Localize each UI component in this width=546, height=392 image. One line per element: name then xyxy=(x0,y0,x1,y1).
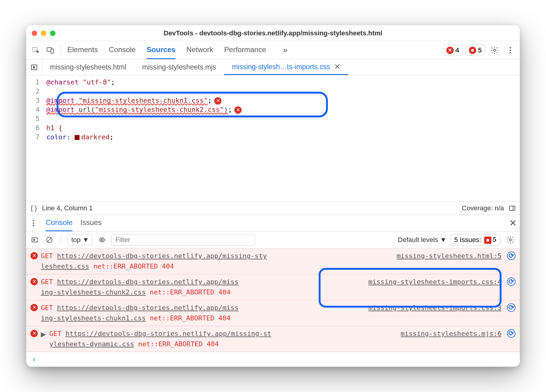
statusbar: { } Line 4, Column 1 Coverage: n/a xyxy=(26,201,520,215)
live-expression-icon[interactable] xyxy=(97,234,108,245)
console-prompt[interactable]: › xyxy=(26,352,520,367)
issues-badge[interactable]: ■ 5 xyxy=(466,45,485,56)
panel-tabs: Elements Console Sources Network Perform… xyxy=(66,41,441,59)
reload-icon[interactable]: ⟳ xyxy=(507,329,516,338)
tab-performance[interactable]: Performance xyxy=(224,41,266,59)
coverage-status: Coverage: n/a xyxy=(462,204,504,212)
inspect-element-icon[interactable] xyxy=(29,44,42,57)
file-tab-1[interactable]: missing-stylesheets.mjs xyxy=(134,59,224,75)
tab-elements[interactable]: Elements xyxy=(67,41,98,59)
line-number: 4 xyxy=(26,105,40,114)
source-link[interactable]: missing-stylesheets-imports.css:4 xyxy=(368,277,502,287)
tab-console[interactable]: Console xyxy=(109,41,136,59)
settings-icon[interactable] xyxy=(488,44,501,57)
color-swatch[interactable] xyxy=(75,135,80,140)
inline-error-icon[interactable]: ✕ xyxy=(214,97,222,105)
errors-badge[interactable]: ✕ 4 xyxy=(443,45,463,56)
code-token: "missing-stylesheets-chukn1.css" xyxy=(75,97,208,104)
error-text: net::ERR_ABORTED 404 xyxy=(146,288,230,296)
source-editor[interactable]: 1 2 3 4 5 6 7 @charset "utf-8"; @import … xyxy=(26,75,520,201)
console-toolbar: top ▼ Default levels ▼ 5 Issues: ■5 xyxy=(26,231,520,248)
expand-arrow-icon[interactable]: ▶ xyxy=(41,329,46,340)
close-icon[interactable]: ✕ xyxy=(334,62,340,71)
request-url[interactable]: ing-stylesheets-chunk2.css xyxy=(41,288,146,296)
console-settings-icon[interactable] xyxy=(504,233,517,246)
request-url[interactable]: https://devtools-dbg-stories.netlify.app… xyxy=(66,330,271,337)
tab-network[interactable]: Network xyxy=(186,41,213,59)
line-gutter: 1 2 3 4 5 6 7 xyxy=(26,75,43,201)
reload-icon[interactable]: ⟳ xyxy=(507,277,516,286)
drawer-tab-console[interactable]: Console xyxy=(46,215,73,231)
reload-icon[interactable]: ⟳ xyxy=(507,251,516,260)
close-icon[interactable]: ✕ xyxy=(509,218,517,228)
svg-point-6 xyxy=(510,52,511,53)
source-link[interactable]: missing-stylesheets-imports.css:3 xyxy=(368,303,502,313)
inline-error-icon[interactable]: ✕ xyxy=(234,106,242,114)
line-number: 2 xyxy=(26,87,40,96)
clear-console-icon[interactable] xyxy=(44,234,55,245)
kebab-menu-icon[interactable] xyxy=(504,44,517,57)
console-message[interactable]: ✕ GET https://devtools-dbg-stories.netli… xyxy=(26,248,520,274)
console-message[interactable]: ✕ ▶ GET https://devtools-dbg-stories.net… xyxy=(26,326,520,352)
code-token: @import xyxy=(46,106,75,113)
code-token: "missing-stylesheets-chunk2.css" xyxy=(95,106,224,113)
device-toolbar-icon[interactable] xyxy=(44,44,57,57)
request-method: GET xyxy=(49,330,66,337)
svg-point-5 xyxy=(510,49,511,51)
request-url[interactable]: https://devtools-dbg-stories.netlify.app… xyxy=(57,278,239,286)
toolbar-divider xyxy=(61,235,61,244)
file-tab-2[interactable]: missing-stylesh…ts-imports.css ✕ xyxy=(224,59,348,75)
toolbar-divider xyxy=(61,45,61,56)
issue-icon: ■ xyxy=(484,237,491,244)
show-navigator-icon[interactable] xyxy=(26,59,42,75)
request-url[interactable]: lesheets.css xyxy=(41,262,89,270)
chevron-down-icon: ▼ xyxy=(440,236,447,244)
console-sidebar-toggle-icon[interactable] xyxy=(29,234,40,245)
more-tabs-button[interactable]: » xyxy=(277,45,293,55)
request-url[interactable]: https://devtools-dbg-stories.netlify.app… xyxy=(57,304,239,312)
log-level-selector[interactable]: Default levels ▼ xyxy=(398,236,447,244)
console-message[interactable]: ✕ GET https://devtools-dbg-stories.netli… xyxy=(26,300,520,326)
file-tab-label: missing-stylesheets.mjs xyxy=(142,63,216,71)
issues-pill[interactable]: 5 Issues: ■5 xyxy=(450,234,500,245)
context-selector[interactable]: top ▼ xyxy=(67,234,93,245)
source-link[interactable]: missing-stylesheets.html:5 xyxy=(397,251,502,261)
code-token: url( xyxy=(75,106,95,113)
tab-sources[interactable]: Sources xyxy=(147,41,176,59)
console-message[interactable]: ✕ GET https://devtools-dbg-stories.netli… xyxy=(26,274,520,300)
sidebar-toggle-icon[interactable] xyxy=(508,204,517,213)
code-token: @import xyxy=(46,97,75,104)
code-token: @charset xyxy=(46,78,79,86)
chevron-down-icon: ▼ xyxy=(83,236,89,244)
source-link[interactable]: missing-stylesheets.mjs:6 xyxy=(401,329,502,339)
error-icon: ✕ xyxy=(30,304,38,311)
filter-input[interactable] xyxy=(111,234,255,246)
drawer-kebab-icon[interactable] xyxy=(29,217,38,230)
error-text: net::ERR_ABORTED 404 xyxy=(89,262,174,270)
request-method: GET xyxy=(41,252,57,260)
console-messages: ✕ GET https://devtools-dbg-stories.netli… xyxy=(26,248,520,367)
drawer-tabs: Console Issues ✕ xyxy=(26,215,520,231)
svg-rect-2 xyxy=(51,49,54,53)
toolbar-right: ✕ 4 ■ 5 xyxy=(443,44,517,57)
request-url[interactable]: ing-stylesheets-chukn1.css xyxy=(41,314,146,322)
file-tabs-row: missing-stylesheets.html missing-stylesh… xyxy=(26,59,520,75)
svg-point-3 xyxy=(494,49,496,51)
drawer-tab-issues[interactable]: Issues xyxy=(80,215,101,231)
request-method: GET xyxy=(41,278,57,286)
error-icon: ✕ xyxy=(446,47,454,54)
drawer: Console Issues ✕ top ▼ Default levels xyxy=(26,215,520,367)
file-tab-label: missing-stylesh…ts-imports.css xyxy=(232,63,330,71)
svg-point-10 xyxy=(33,220,34,221)
svg-rect-8 xyxy=(509,206,515,210)
cursor-position: Line 4, Column 1 xyxy=(42,204,93,212)
file-tab-0[interactable]: missing-stylesheets.html xyxy=(42,59,134,75)
svg-point-17 xyxy=(509,239,512,241)
code-content[interactable]: @charset "utf-8"; @import "missing-style… xyxy=(43,75,245,201)
svg-point-11 xyxy=(33,222,34,224)
reload-icon[interactable]: ⟳ xyxy=(507,303,516,312)
request-url[interactable]: ylesheets-dynamic.css xyxy=(49,340,134,348)
pretty-print-icon[interactable]: { } xyxy=(29,204,38,213)
request-url[interactable]: https://devtools-dbg-stories.netlify.app… xyxy=(57,252,267,260)
context-label: top xyxy=(71,236,81,244)
